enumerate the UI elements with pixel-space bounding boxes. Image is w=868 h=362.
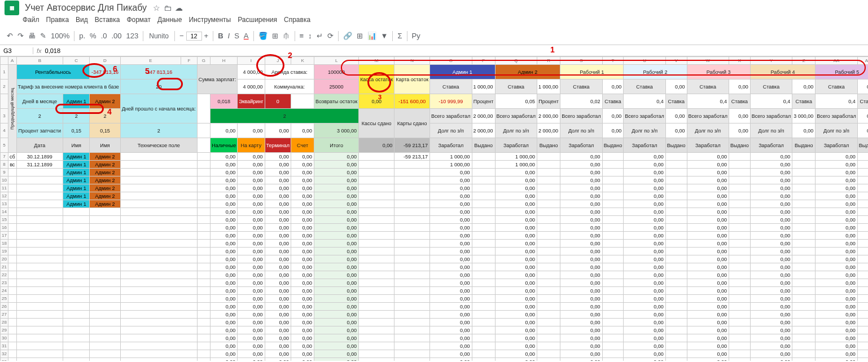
col-N[interactable]: N [394,57,430,65]
row-header[interactable]: 29 [1,326,8,334]
menu-data[interactable]: Данные [157,16,182,27]
cell[interactable] [792,200,816,208]
col-C[interactable]: C [63,57,90,65]
stavka-v-6[interactable]: 0,00 [857,80,868,94]
cell[interactable] [792,153,816,161]
row-header[interactable]: 5 [1,138,8,153]
col-M[interactable]: M [359,57,394,65]
doc-title[interactable]: Учет Автосервис Для Пикабу [25,3,147,13]
pct-v-0[interactable]: 0,05 [495,94,537,109]
cell[interactable] [857,176,868,184]
row-header[interactable]: 30 [1,334,8,342]
cell[interactable] [665,153,687,161]
cell[interactable] [857,200,868,208]
ekv-pct[interactable]: 0,018 [211,94,238,109]
row-header[interactable]: 13 [1,200,8,208]
cell[interactable] [537,192,560,200]
a1-name[interactable]: Админ 1 [63,153,90,161]
a1-name[interactable]: Админ 1 [63,184,90,192]
a2-name[interactable]: Админ 2 [90,153,120,161]
stavka-v-4[interactable]: 0,00 [729,80,751,94]
cell[interactable] [537,176,560,184]
borders-icon[interactable]: ⊞ [272,32,278,40]
cloud-icon[interactable]: ☁ [175,3,183,12]
cell[interactable] [665,176,687,184]
cell[interactable] [472,161,495,169]
col-AA[interactable]: AA [816,57,857,65]
col-V[interactable]: V [665,57,687,65]
print-icon[interactable]: 🖶 [28,32,36,40]
row-header[interactable]: 22 [1,271,8,279]
cell[interactable] [792,161,816,169]
a1-name[interactable]: Админ 1 [63,161,90,169]
bold-icon[interactable]: B [218,32,223,40]
row-header[interactable]: 15 [1,216,8,224]
row-header[interactable]: 8 [1,161,8,169]
menu-view[interactable]: Вид [76,16,88,27]
cell[interactable] [857,184,868,192]
cell[interactable] [857,153,868,161]
cell[interactable] [792,184,816,192]
cell[interactable] [729,161,751,169]
row-header[interactable]: 28 [1,319,8,326]
format-123-icon[interactable]: 123 [126,32,139,40]
row-header[interactable]: 32 [1,350,8,358]
merge-icon[interactable]: ⫛ [283,32,290,40]
row-header[interactable]: 31 [1,342,8,350]
cell[interactable] [472,176,495,184]
cell[interactable] [729,169,751,176]
stavka-v-0[interactable]: 1 000,00 [472,80,495,94]
paint-icon[interactable]: ✎ [40,32,46,40]
valign-icon[interactable]: ↕ [308,32,312,40]
col-Y[interactable]: Y [750,57,792,65]
row-header[interactable]: 1 [1,65,8,80]
menu-format[interactable]: Формат [126,16,151,27]
cell[interactable] [792,176,816,184]
inc-dec-icon[interactable]: .00 [112,32,122,40]
col-J[interactable]: J [265,57,291,65]
col-E[interactable]: E [120,57,181,65]
stavka-v-3[interactable]: 0,00 [665,80,687,94]
menu-edit[interactable]: Правка [46,16,69,27]
pct-v-4[interactable]: 0,4 [750,94,792,109]
cell[interactable] [602,184,624,192]
cell[interactable] [665,169,687,176]
cell[interactable] [472,169,495,176]
cell[interactable] [665,161,687,169]
rotate-icon[interactable]: ⟳ [327,32,334,40]
formula-bar[interactable]: 0,018 [45,47,61,54]
cell[interactable] [602,153,624,161]
wrap-icon[interactable]: ↵ [317,32,323,40]
col-B[interactable]: B [16,57,63,65]
col-K[interactable]: K [291,57,314,65]
percent-icon[interactable]: % [90,32,97,40]
a2-name[interactable]: Админ 2 [90,161,120,169]
row-header[interactable]: 17 [1,232,8,240]
a2-name[interactable]: Админ 2 [90,169,120,176]
a1-name[interactable]: Админ 1 [63,200,90,208]
pct-v-1[interactable]: 0,02 [560,94,602,109]
cell[interactable] [792,169,816,176]
cell[interactable] [602,200,624,208]
a1-name[interactable]: Админ 1 [63,176,90,184]
col-O[interactable]: O [430,57,472,65]
inc-font-icon[interactable]: + [204,32,209,40]
col-H[interactable]: H [211,57,238,65]
stavka-v-5[interactable]: 0,00 [792,80,816,94]
a2-name[interactable]: Админ 2 [90,176,120,184]
cell[interactable] [537,161,560,169]
undo-icon[interactable]: ↶ [7,32,13,40]
a2-name[interactable]: Админ 2 [90,192,120,200]
a2-name[interactable]: Админ 2 [90,184,120,192]
row-header[interactable]: 26 [1,303,8,311]
cell[interactable] [602,176,624,184]
italic-icon[interactable]: I [228,32,230,40]
row-header[interactable]: 18 [1,240,8,248]
cell-reference[interactable] [3,47,29,54]
cell[interactable] [857,192,868,200]
col-P[interactable]: P [472,57,495,65]
col-W[interactable]: W [687,57,729,65]
row-header[interactable]: 10 [1,176,8,184]
col-S[interactable]: S [560,57,602,65]
col-I[interactable]: I [238,57,265,65]
